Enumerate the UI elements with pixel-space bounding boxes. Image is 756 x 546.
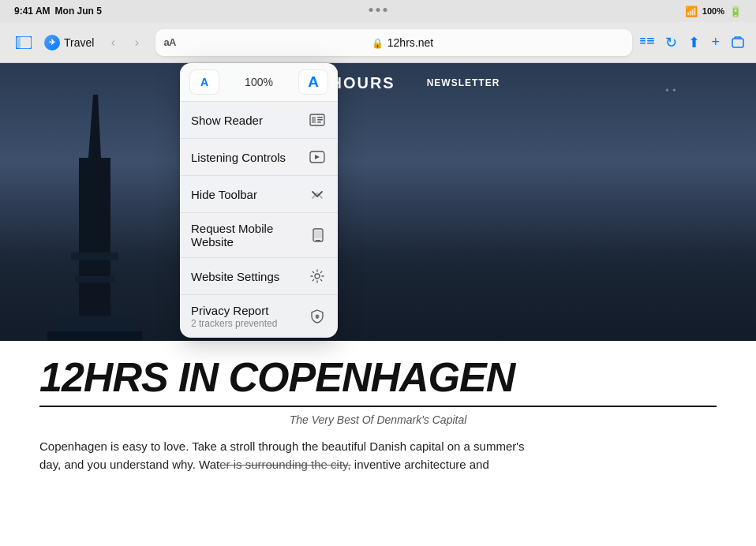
status-time: 9:41 AM: [14, 6, 51, 17]
svg-rect-5: [647, 38, 654, 39]
listening-controls-label-group: Listening Controls: [191, 151, 286, 164]
website-settings-label: Website Settings: [191, 270, 279, 283]
show-reader-label-group: Show Reader: [191, 114, 263, 127]
forward-button[interactable]: ›: [125, 30, 148, 55]
article-body-line3: inventive architecture and: [351, 458, 489, 471]
svg-rect-3: [640, 40, 646, 42]
listening-controls-item[interactable]: Listening Controls: [180, 139, 338, 176]
svg-rect-7: [647, 43, 654, 44]
dot-1: [369, 8, 373, 12]
mobile-website-icon: [309, 226, 327, 245]
request-mobile-website-item[interactable]: Request Mobile Website: [180, 213, 338, 258]
website-settings-label-group: Website Settings: [191, 270, 279, 283]
privacy-report-label: Privacy Report: [191, 304, 277, 317]
article-body: Copenhagen is easy to love. Take a strol…: [39, 437, 717, 474]
svg-marker-10: [88, 95, 101, 158]
svg-rect-4: [640, 43, 646, 44]
article-area: 12HRS IN COPENHAGEN The Very Best Of Den…: [0, 341, 756, 546]
article-body-line2: day, and you understand why. Wat: [39, 458, 219, 471]
hide-toolbar-icon: [308, 185, 327, 204]
article-subtitle: The Very Best Of Denmark's Capital: [39, 413, 717, 426]
hide-toolbar-label: Hide Toolbar: [191, 188, 257, 201]
url-bar[interactable]: aA 🔒 12hrs.net: [155, 29, 632, 56]
svg-rect-28: [316, 317, 318, 320]
dropdown-menu: A 100% A Show Reader Listening Controls: [180, 63, 338, 338]
svg-rect-18: [317, 119, 323, 121]
nav-right-actions: ↻ ⬆ +: [640, 34, 745, 51]
font-decrease-button[interactable]: A: [189, 69, 219, 95]
tab-name: Travel: [64, 36, 94, 49]
tabs-button[interactable]: [731, 36, 745, 49]
aa-text[interactable]: aA: [163, 36, 176, 48]
hide-toolbar-label-group: Hide Toolbar: [191, 188, 257, 201]
status-date: Mon Jun 5: [55, 6, 102, 17]
svg-rect-24: [314, 230, 322, 238]
article-title: 12HRS IN COPENHAGEN: [39, 357, 717, 398]
article-body-strikethrough: er is surrounding the city,: [219, 458, 350, 471]
nav-arrows: ‹ ›: [102, 30, 148, 55]
reader-mode-button[interactable]: [640, 36, 654, 49]
svg-rect-19: [317, 122, 321, 123]
article-body-line1: Copenhagen is easy to love. Take a strol…: [39, 439, 525, 453]
share-button[interactable]: ⬆: [688, 34, 700, 51]
nav-bar: ✈ Travel ‹ › aA 🔒 12hrs.net ↻ ⬆ +: [0, 22, 756, 63]
tab-label[interactable]: ✈ Travel: [44, 35, 94, 50]
nav-dots: [369, 8, 387, 12]
settings-icon: [308, 267, 327, 286]
site-nav-newsletter[interactable]: NEWSLETTER: [427, 77, 500, 88]
svg-rect-8: [732, 39, 743, 47]
svg-rect-17: [317, 117, 323, 118]
battery-icon: 🔋: [729, 6, 742, 17]
request-mobile-website-label-group: Request Mobile Website: [191, 222, 309, 249]
reload-button[interactable]: ↻: [665, 34, 677, 51]
show-reader-label: Show Reader: [191, 114, 263, 127]
avatar: ✈: [44, 35, 60, 50]
svg-rect-6: [647, 40, 654, 42]
status-right: 📶 100% 🔋: [685, 6, 742, 17]
svg-rect-12: [75, 276, 114, 282]
reader-icon: [308, 110, 327, 129]
svg-rect-2: [640, 38, 646, 39]
wifi-icon: 📶: [685, 6, 698, 17]
show-reader-item[interactable]: Show Reader: [180, 102, 338, 139]
svg-rect-27: [316, 315, 318, 316]
request-mobile-website-label: Request Mobile Website: [191, 222, 309, 249]
font-increase-button[interactable]: A: [298, 69, 328, 95]
listening-controls-label: Listening Controls: [191, 151, 286, 164]
battery-text: 100%: [702, 6, 724, 16]
dot-3: [384, 8, 387, 12]
svg-rect-23: [316, 240, 320, 241]
status-bar: 9:41 AM Mon Jun 5 📶 100% 🔋: [0, 0, 756, 22]
svg-rect-1: [16, 36, 21, 49]
listening-icon: [308, 148, 327, 166]
privacy-report-sublabel: 2 trackers prevented: [191, 318, 277, 329]
svg-rect-16: [312, 117, 316, 123]
dot-2: [376, 8, 380, 12]
font-percent-label: 100%: [245, 76, 273, 88]
add-tab-button[interactable]: +: [711, 34, 720, 50]
status-left: 9:41 AM Mon Jun 5: [14, 6, 102, 17]
sidebar-toggle-button[interactable]: [11, 30, 36, 55]
svg-rect-11: [71, 252, 118, 260]
back-button[interactable]: ‹: [102, 30, 124, 55]
hide-toolbar-item[interactable]: Hide Toolbar: [180, 176, 338, 213]
article-divider: [39, 406, 717, 407]
svg-marker-21: [315, 155, 320, 159]
site-header: TWELVEHOURS NEWSLETTER: [0, 63, 756, 103]
url-text: 12hrs.net: [387, 36, 433, 49]
privacy-report-label-group: Privacy Report 2 trackers prevented: [191, 304, 277, 329]
privacy-report-item[interactable]: Privacy Report 2 trackers prevented: [180, 295, 338, 338]
website-settings-item[interactable]: Website Settings: [180, 258, 338, 295]
font-size-row: A 100% A: [180, 63, 338, 102]
privacy-icon: [308, 307, 327, 326]
svg-point-25: [315, 274, 320, 279]
lock-icon: 🔒: [372, 38, 384, 49]
